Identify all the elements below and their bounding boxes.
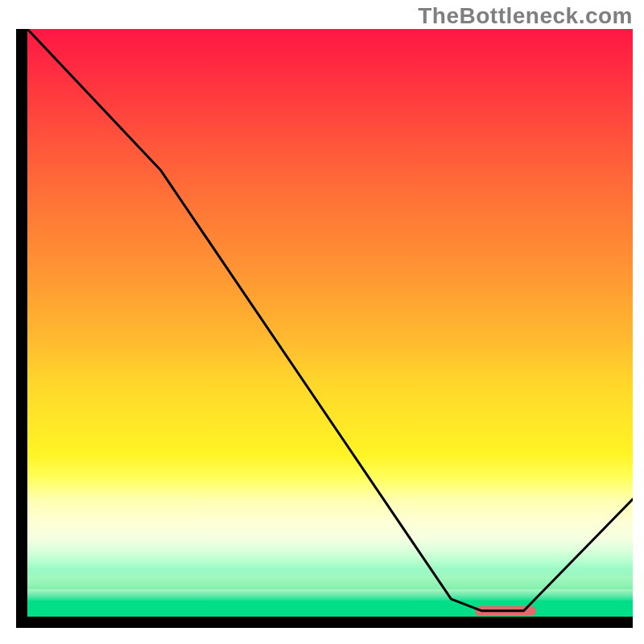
chart-stage: TheBottleneck.com <box>0 0 644 644</box>
plot-area <box>27 29 633 617</box>
x-axis <box>16 617 633 628</box>
bottleneck-curve <box>27 29 633 617</box>
y-axis <box>16 29 27 628</box>
watermark-text: TheBottleneck.com <box>418 3 633 29</box>
